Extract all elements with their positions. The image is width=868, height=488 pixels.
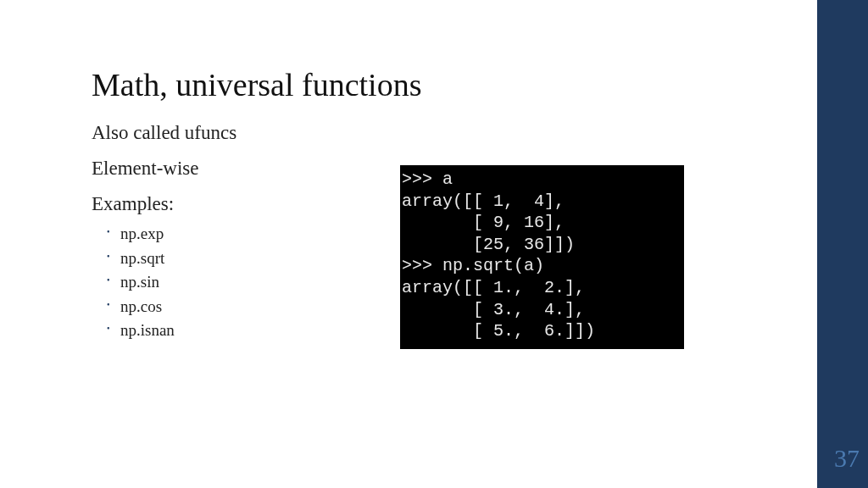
sidebar-accent: 37 <box>817 0 868 488</box>
terminal-output: >>> a array([[ 1, 4], [ 9, 16], [25, 36]… <box>400 165 684 349</box>
subtitle-ufuncs: Also called ufuncs <box>92 122 787 144</box>
slide-title: Math, universal functions <box>92 66 787 103</box>
page-number: 37 <box>834 444 860 473</box>
